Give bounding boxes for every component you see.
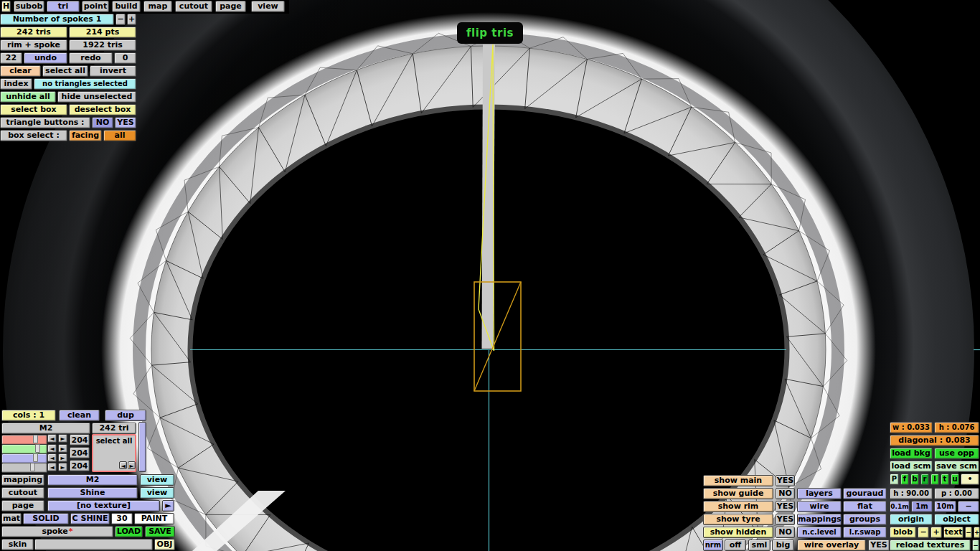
- mapping-label[interactable]: mapping: [1, 474, 44, 486]
- spokes-increment-button[interactable]: +: [127, 14, 136, 25]
- view-front-button[interactable]: f: [900, 474, 909, 485]
- tab-cutout[interactable]: cutout: [175, 1, 212, 12]
- select-all-color-box[interactable]: select all ◄ ►: [92, 434, 136, 472]
- text-minus-button[interactable]: −: [965, 527, 972, 538]
- deselect-box-button[interactable]: deselect box: [69, 104, 136, 116]
- tab-tri-active[interactable]: tri: [47, 1, 80, 12]
- load-scm-button[interactable]: load scm: [890, 461, 933, 472]
- view-p-button[interactable]: P: [890, 474, 899, 485]
- select-box-button[interactable]: select box: [0, 104, 67, 116]
- green-value[interactable]: 204: [70, 447, 90, 458]
- view-top-button[interactable]: t: [941, 474, 949, 485]
- triangle-buttons-no[interactable]: NO: [92, 117, 113, 128]
- gray-step-left-button[interactable]: ◄: [47, 463, 57, 471]
- lr-swap-button[interactable]: l.r.swap: [843, 527, 887, 538]
- cutout-value[interactable]: Shine: [47, 487, 138, 499]
- color-slider-blue[interactable]: [1, 453, 46, 462]
- material-scrollbar[interactable]: [138, 422, 146, 472]
- hide-unselected-button[interactable]: hide unselected: [57, 91, 136, 103]
- save-button[interactable]: SAVE: [145, 526, 175, 537]
- mapping-value[interactable]: M2: [47, 474, 138, 486]
- color-slider-red[interactable]: [1, 435, 46, 443]
- slider-handle[interactable]: [35, 444, 40, 453]
- index-button[interactable]: index: [0, 78, 32, 90]
- blue-step-right-button[interactable]: ►: [58, 453, 67, 462]
- use-opp-button[interactable]: use opp: [934, 448, 979, 459]
- dup-button[interactable]: dup: [105, 410, 146, 421]
- triangle-buttons-yes[interactable]: YES: [115, 117, 136, 128]
- tab-view[interactable]: view: [251, 1, 285, 12]
- show-tyre-toggle[interactable]: YES: [776, 514, 795, 525]
- mat-label[interactable]: mat: [1, 513, 22, 524]
- spokes-decrement-button[interactable]: −: [116, 14, 126, 25]
- invert-selection-button[interactable]: invert: [90, 65, 136, 77]
- grid-10m-button[interactable]: 10m: [934, 501, 956, 512]
- red-value[interactable]: 204: [70, 434, 90, 446]
- gray-step-right-button[interactable]: ►: [58, 463, 67, 471]
- nrm-off-button[interactable]: off: [725, 540, 746, 551]
- flat-button[interactable]: flat: [843, 501, 887, 512]
- mat-paint-button[interactable]: PAINT: [134, 513, 174, 524]
- clean-button[interactable]: clean: [59, 410, 100, 421]
- green-step-left-button[interactable]: ◄: [47, 444, 57, 453]
- rim-spoke-button[interactable]: rim + spoke: [0, 39, 67, 51]
- text-plus-button[interactable]: +: [974, 527, 980, 538]
- grid-01m-button[interactable]: 0.1m: [890, 501, 910, 512]
- show-main-toggle[interactable]: YES: [776, 475, 795, 486]
- slider-handle[interactable]: [33, 453, 38, 462]
- mapping-view-button[interactable]: view: [140, 474, 174, 486]
- nc-level-button[interactable]: n.c.level: [797, 527, 842, 538]
- blue-value[interactable]: 204: [70, 460, 90, 471]
- reload-textures-button[interactable]: reload textures: [890, 540, 971, 551]
- reload-minus-button[interactable]: −: [972, 540, 979, 551]
- blob-minus-button[interactable]: −: [918, 527, 929, 538]
- spoke-file-button[interactable]: spoke*: [1, 526, 113, 537]
- nrm-sml-button[interactable]: sml: [748, 540, 771, 551]
- layers-button[interactable]: layers: [797, 488, 842, 499]
- cols-count-button[interactable]: cols : 1: [1, 410, 56, 421]
- page-texture-value[interactable]: [no texture]: [47, 500, 160, 512]
- box-select-facing[interactable]: facing: [69, 130, 102, 141]
- redo-button[interactable]: redo: [69, 52, 113, 64]
- show-hidden-toggle[interactable]: NO: [776, 527, 795, 538]
- color-prev-button[interactable]: ◄: [119, 461, 127, 469]
- page-next-button[interactable]: ►: [162, 500, 174, 512]
- groups-button[interactable]: groups: [843, 514, 887, 525]
- grid-1m-button[interactable]: 1m: [911, 501, 933, 512]
- text-button[interactable]: text: [943, 527, 963, 538]
- origin-button[interactable]: origin: [890, 514, 933, 525]
- gouraud-button[interactable]: gouraud: [843, 488, 887, 499]
- show-rim-toggle[interactable]: YES: [776, 501, 795, 512]
- wire-overlay-toggle[interactable]: YES: [868, 540, 890, 551]
- blue-step-left-button[interactable]: ◄: [47, 453, 57, 462]
- view-right-button[interactable]: r: [920, 474, 929, 485]
- cutout-view-button[interactable]: view: [140, 487, 174, 499]
- load-bkg-button[interactable]: load bkg: [890, 448, 933, 459]
- undo-button[interactable]: undo: [24, 52, 67, 64]
- tab-map[interactable]: map: [143, 1, 172, 12]
- color-slider-gray[interactable]: [1, 463, 46, 471]
- wire-button[interactable]: wire: [797, 501, 842, 512]
- tab-page[interactable]: page: [215, 1, 246, 12]
- grid-minus-button[interactable]: −: [958, 501, 979, 512]
- slider-handle[interactable]: [33, 435, 38, 443]
- color-slider-green[interactable]: [1, 444, 46, 453]
- view-under-button[interactable]: u: [951, 474, 959, 485]
- spokes-count-control[interactable]: Number of spokes 1: [0, 14, 114, 25]
- skin-file-field[interactable]: [34, 539, 153, 550]
- material-name-button[interactable]: M2: [1, 423, 90, 434]
- show-guide-toggle[interactable]: NO: [776, 488, 795, 499]
- tab-h[interactable]: H: [1, 1, 11, 12]
- slider-handle[interactable]: [30, 463, 35, 471]
- select-all-button[interactable]: select all: [42, 65, 88, 77]
- mat-solid-button[interactable]: SOLID: [23, 513, 69, 524]
- object-button[interactable]: object: [934, 514, 979, 525]
- unhide-all-button[interactable]: unhide all: [0, 91, 56, 103]
- tab-build[interactable]: build: [112, 1, 141, 12]
- green-step-right-button[interactable]: ►: [58, 444, 67, 453]
- red-step-left-button[interactable]: ◄: [47, 434, 57, 443]
- save-scm-button[interactable]: save scm: [934, 461, 979, 472]
- blob-plus-button[interactable]: +: [930, 527, 942, 538]
- load-button[interactable]: LOAD: [115, 526, 143, 537]
- view-dot-button[interactable]: •: [961, 474, 979, 485]
